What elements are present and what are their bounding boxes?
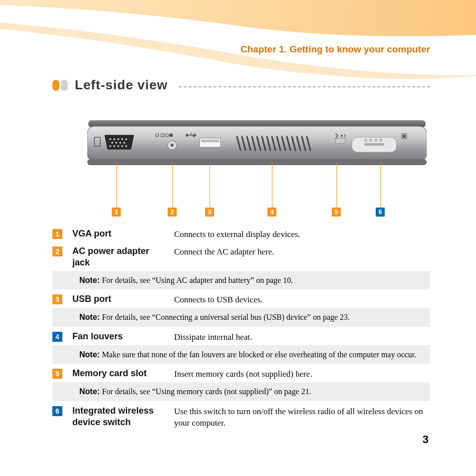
item-text: Connect the AC adapter here. [174,245,430,258]
desc-row-3: 3USB portConnects to USB devices. [52,290,430,308]
note-text: Note: For details, see “Connecting a uni… [79,312,430,323]
svg-point-49 [365,139,367,142]
svg-rect-48 [364,143,384,146]
note-row: Note: For details, see “Using memory car… [52,382,430,401]
callout-badge-6: 6 [376,208,385,217]
svg-point-8 [125,138,127,140]
callout-badge-4: 4 [267,208,276,217]
note-row: Note: For details, see “Connecting a uni… [52,308,430,327]
note-row: Note: Make sure that none of the fan lou… [52,345,430,364]
svg-point-23 [171,144,174,147]
description-table: 1VGA portConnects to external display de… [52,225,430,431]
svg-rect-28 [200,138,221,147]
callout-badge-5: 5 [332,208,341,217]
chapter-title: Chapter 1. Getting to know your computer [240,44,430,55]
callout-badge-1: 1 [112,208,121,217]
item-text: Dissipate internal heat. [174,331,430,343]
svg-point-11 [119,142,121,144]
callout-line [272,163,272,208]
left-side-diagram: 123456 [52,120,430,220]
callout-badge-3: 3 [205,208,214,217]
svg-point-6 [117,138,119,140]
svg-point-15 [117,145,119,147]
svg-rect-2 [87,159,427,165]
item-label: AC power adapter jack [72,245,167,269]
item-text: Connects to external display devices. [174,228,430,240]
desc-row-5: 5Memory card slotInsert memory cards (no… [52,365,430,382]
svg-point-9 [111,142,113,144]
svg-point-13 [109,145,111,147]
svg-point-10 [115,142,117,144]
item-text: Connects to USB devices. [174,293,430,306]
section-title: Left-side view [75,77,168,93]
callout-line [210,163,210,208]
note-prefix: Note: [79,387,102,396]
item-badge-1: 1 [52,229,62,239]
svg-point-21 [170,134,173,137]
callout-line [336,163,337,208]
item-label: Integrated wireless device switch [72,405,167,429]
callout-line [172,163,173,208]
item-label: Memory card slot [72,368,167,379]
section-ornament [52,80,68,91]
svg-rect-46 [335,138,345,143]
svg-point-17 [125,145,127,147]
page-number: 3 [423,433,429,446]
desc-row-6: 6Integrated wireless device switchUse th… [52,402,430,431]
note-prefix: Note: [79,313,102,321]
section-header: Left-side view [52,77,430,93]
svg-point-45 [341,135,343,137]
item-label: USB port [72,293,167,305]
item-badge-5: 5 [52,369,62,379]
section-divider [179,86,430,87]
svg-point-5 [113,138,115,140]
svg-point-12 [123,142,125,144]
svg-point-7 [121,138,123,140]
item-badge-2: 2 [52,246,62,256]
svg-rect-29 [201,140,219,142]
note-text: Note: For details, see “Using memory car… [79,386,430,397]
svg-rect-54 [403,135,406,138]
item-badge-3: 3 [52,294,62,304]
item-label: VGA port [72,228,167,239]
callout-badge-2: 2 [168,208,177,217]
svg-point-4 [109,138,111,140]
svg-point-51 [375,139,377,142]
note-prefix: Note: [79,276,102,284]
item-label: Fan louvers [72,331,167,342]
svg-point-25 [186,134,188,136]
note-prefix: Note: [79,350,102,359]
note-row: Note: For details, see “Using AC adapter… [52,271,430,290]
note-text: Note: For details, see “Using AC adapter… [79,275,430,286]
desc-row-1: 1VGA portConnects to external display de… [52,225,430,242]
desc-row-4: 4Fan louversDissipate internal heat. [52,328,430,345]
callout-line [380,163,381,208]
callout-line [116,163,117,208]
laptop-side-illustration [87,120,427,168]
desc-row-2: 2AC power adapter jackConnect the AC ada… [52,242,430,271]
svg-point-52 [380,139,382,142]
svg-point-16 [121,145,123,147]
note-text: Note: Make sure that none of the fan lou… [79,349,430,360]
svg-point-50 [370,139,372,142]
item-badge-6: 6 [52,406,62,416]
item-text: Use this switch to turn on/off the wirel… [174,405,430,429]
item-text: Insert memory cards (not supplied) here. [174,368,430,380]
svg-point-14 [113,145,115,147]
item-badge-4: 4 [52,332,62,342]
